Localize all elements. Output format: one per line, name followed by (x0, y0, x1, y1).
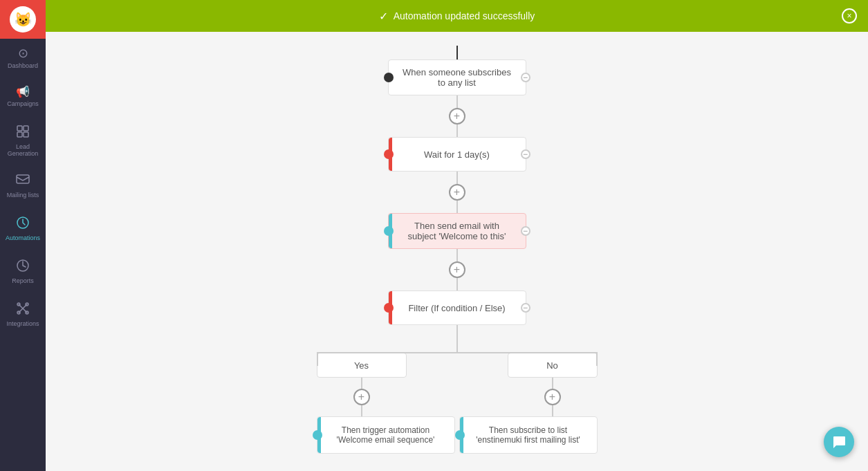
sidebar-item-label: Reports (12, 277, 34, 285)
yes-button[interactable]: Yes (317, 353, 407, 378)
wait-node[interactable]: Wait for 1 day(s) (388, 137, 526, 172)
no-button[interactable]: No (508, 353, 598, 378)
svg-rect-0 (17, 126, 22, 131)
checkmark-icon: ✓ (379, 10, 388, 23)
sidebar-item-lead-generation[interactable]: Lead Generation (0, 116, 46, 167)
sidebar-item-label: Campaigns (7, 100, 39, 108)
email-action-dot[interactable] (521, 226, 530, 236)
svg-rect-3 (24, 132, 28, 137)
email-text: Then send email with subject 'Welcome to… (400, 221, 515, 241)
svg-rect-4 (17, 175, 29, 183)
trigger-action-dot[interactable] (521, 73, 530, 82)
sidebar-item-mailing-lists[interactable]: Mailing lists (0, 166, 46, 207)
lead-generation-icon (16, 124, 30, 140)
flow-container: When someone subscribes to any list + Wa… (46, 46, 868, 454)
yes-branch-node[interactable]: Then trigger automation 'Welcome email s… (317, 416, 455, 454)
automation-canvas[interactable]: When someone subscribes to any list + Wa… (46, 32, 868, 471)
filter-action-dot[interactable] (521, 303, 530, 313)
add-after-no[interactable]: + (544, 389, 561, 405)
trigger-node[interactable]: When someone subscribes to any list (388, 59, 526, 95)
filter-dot (384, 303, 394, 313)
no-label: No (546, 360, 558, 371)
trigger-dot (384, 73, 394, 82)
sidebar-item-label: Dashboard (8, 62, 38, 70)
reports-icon (16, 259, 30, 275)
wait-dot (384, 149, 394, 159)
success-banner: ✓ Automation updated successfully × (46, 0, 868, 32)
sidebar-item-dashboard[interactable]: ⊙ Dashboard (0, 39, 46, 78)
mailing-lists-icon (16, 174, 30, 189)
filter-node[interactable]: Filter (If condition / Else) (388, 290, 526, 325)
trigger-text: When someone subscribes to any list (400, 67, 515, 88)
automations-icon (16, 216, 30, 232)
logo-button[interactable]: 😺 (0, 0, 46, 39)
email-node[interactable]: Then send email with subject 'Welcome to… (388, 213, 526, 249)
wait-action-dot[interactable] (521, 149, 530, 159)
yes-branch-text: Then trigger automation 'Welcome email s… (329, 425, 443, 445)
wait-text: Wait for 1 day(s) (424, 149, 490, 160)
sidebar-item-reports[interactable]: Reports (0, 250, 46, 293)
sidebar-item-label: Mailing lists (7, 192, 39, 199)
logo-icon: 😺 (10, 6, 36, 33)
sidebar-item-label: Integrations (6, 320, 39, 328)
add-after-wait[interactable]: + (449, 184, 465, 201)
email-dot (384, 226, 394, 236)
svg-rect-1 (24, 126, 28, 131)
chat-button[interactable] (824, 427, 854, 457)
add-after-yes[interactable]: + (353, 389, 370, 405)
sidebar-item-automations[interactable]: Automations (0, 207, 46, 250)
banner-close-button[interactable]: × (842, 8, 857, 24)
banner-message: ✓ Automation updated successfully (379, 10, 535, 23)
dashboard-icon: ⊙ (18, 47, 28, 59)
sidebar-item-campaigns[interactable]: 📢 Campaigns (0, 78, 46, 116)
sidebar-item-label: Lead Generation (3, 143, 43, 158)
svg-rect-2 (17, 132, 22, 137)
yes-label: Yes (354, 360, 369, 371)
no-branch-node[interactable]: Then subscribe to list 'enstinemuki firs… (459, 416, 598, 454)
sidebar-item-integrations[interactable]: Integrations (0, 293, 46, 336)
sidebar-item-label: Automations (6, 234, 40, 242)
banner-text-label: Automation updated successfully (394, 10, 535, 21)
main-content: ✓ Automation updated successfully × When… (46, 0, 868, 471)
add-after-email[interactable]: + (449, 261, 465, 278)
filter-text: Filter (If condition / Else) (408, 303, 505, 313)
no-branch-dot (455, 430, 465, 440)
add-after-trigger[interactable]: + (449, 108, 465, 124)
yes-branch-dot (313, 430, 322, 440)
campaigns-icon: 📢 (16, 86, 30, 98)
integrations-icon (16, 302, 30, 317)
no-branch-text: Then subscribe to list 'enstinemuki firs… (471, 425, 586, 445)
sidebar: 😺 ⊙ Dashboard 📢 Campaigns Lead Generatio… (0, 0, 46, 471)
